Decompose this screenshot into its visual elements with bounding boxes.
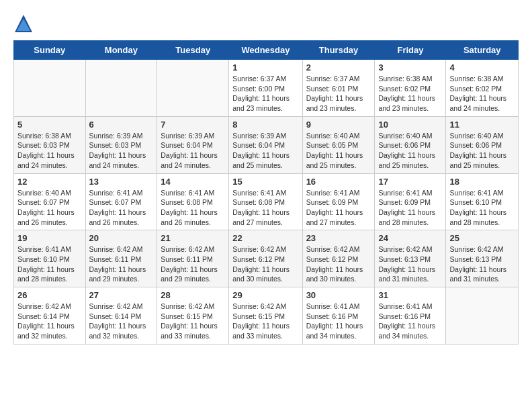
day-cell [14,60,86,117]
day-number: 27 [89,290,154,300]
day-number: 7 [161,120,225,130]
week-row-5: 26Sunrise: 6:42 AM Sunset: 6:14 PM Dayli… [14,287,519,345]
day-cell: 9Sunrise: 6:40 AM Sunset: 6:05 PM Daylig… [302,116,375,173]
day-number: 15 [232,177,298,187]
day-number: 28 [161,290,225,300]
day-number: 1 [232,62,298,73]
day-info: Sunrise: 6:38 AM Sunset: 6:02 PM Dayligh… [378,74,442,113]
day-cell: 1Sunrise: 6:37 AM Sunset: 6:00 PM Daylig… [229,60,302,117]
day-number: 16 [306,177,371,187]
weekday-tuesday: Tuesday [157,41,229,60]
day-cell: 20Sunrise: 6:42 AM Sunset: 6:11 PM Dayli… [85,230,157,287]
day-cell: 31Sunrise: 6:41 AM Sunset: 6:16 PM Dayli… [375,287,446,345]
page-header [13,13,519,34]
week-row-3: 12Sunrise: 6:40 AM Sunset: 6:07 PM Dayli… [14,173,519,230]
weekday-saturday: Saturday [446,41,519,60]
day-number: 30 [306,290,371,300]
weekday-wednesday: Wednesday [229,41,302,60]
day-number: 2 [306,62,371,73]
day-number: 5 [17,120,82,130]
day-info: Sunrise: 6:37 AM Sunset: 6:00 PM Dayligh… [232,74,298,113]
day-info: Sunrise: 6:41 AM Sunset: 6:07 PM Dayligh… [89,188,154,228]
day-info: Sunrise: 6:39 AM Sunset: 6:04 PM Dayligh… [161,131,225,171]
day-cell: 3Sunrise: 6:38 AM Sunset: 6:02 PM Daylig… [375,60,446,117]
day-cell: 10Sunrise: 6:40 AM Sunset: 6:06 PM Dayli… [375,116,446,173]
day-number: 21 [161,233,225,243]
day-info: Sunrise: 6:40 AM Sunset: 6:07 PM Dayligh… [17,188,82,228]
logo-icon [13,13,34,34]
day-cell: 19Sunrise: 6:41 AM Sunset: 6:10 PM Dayli… [14,230,86,287]
day-number: 9 [306,120,371,130]
day-cell: 27Sunrise: 6:42 AM Sunset: 6:14 PM Dayli… [85,287,157,345]
day-cell: 15Sunrise: 6:41 AM Sunset: 6:08 PM Dayli… [229,173,302,230]
day-number: 8 [232,120,298,130]
day-number: 25 [449,233,515,243]
day-info: Sunrise: 6:42 AM Sunset: 6:14 PM Dayligh… [89,302,154,341]
day-info: Sunrise: 6:41 AM Sunset: 6:08 PM Dayligh… [161,188,225,228]
day-cell: 25Sunrise: 6:42 AM Sunset: 6:13 PM Dayli… [446,230,519,287]
day-cell: 30Sunrise: 6:41 AM Sunset: 6:16 PM Dayli… [302,287,375,345]
day-cell: 16Sunrise: 6:41 AM Sunset: 6:09 PM Dayli… [302,173,375,230]
day-number: 6 [89,120,154,130]
day-cell: 13Sunrise: 6:41 AM Sunset: 6:07 PM Dayli… [85,173,157,230]
day-info: Sunrise: 6:42 AM Sunset: 6:13 PM Dayligh… [378,244,442,284]
day-cell [157,60,229,117]
day-cell: 11Sunrise: 6:40 AM Sunset: 6:06 PM Dayli… [446,116,519,173]
day-number: 18 [449,177,515,187]
weekday-thursday: Thursday [302,41,375,60]
day-cell: 22Sunrise: 6:42 AM Sunset: 6:12 PM Dayli… [229,230,302,287]
day-number: 24 [378,233,442,243]
day-info: Sunrise: 6:37 AM Sunset: 6:01 PM Dayligh… [306,74,371,113]
weekday-friday: Friday [375,41,446,60]
day-info: Sunrise: 6:38 AM Sunset: 6:02 PM Dayligh… [449,74,515,113]
day-info: Sunrise: 6:40 AM Sunset: 6:05 PM Dayligh… [306,131,371,171]
day-cell: 12Sunrise: 6:40 AM Sunset: 6:07 PM Dayli… [14,173,86,230]
day-info: Sunrise: 6:38 AM Sunset: 6:03 PM Dayligh… [17,131,82,171]
calendar-header: SundayMondayTuesdayWednesdayThursdayFrid… [14,41,519,60]
day-info: Sunrise: 6:42 AM Sunset: 6:15 PM Dayligh… [232,302,298,341]
day-info: Sunrise: 6:41 AM Sunset: 6:16 PM Dayligh… [378,302,442,341]
day-number: 4 [449,62,515,73]
weekday-monday: Monday [85,41,157,60]
day-info: Sunrise: 6:41 AM Sunset: 6:16 PM Dayligh… [306,302,371,341]
day-info: Sunrise: 6:42 AM Sunset: 6:13 PM Dayligh… [449,244,515,284]
day-cell: 29Sunrise: 6:42 AM Sunset: 6:15 PM Dayli… [229,287,302,345]
day-cell: 2Sunrise: 6:37 AM Sunset: 6:01 PM Daylig… [302,60,375,117]
day-info: Sunrise: 6:41 AM Sunset: 6:09 PM Dayligh… [306,188,371,228]
day-cell: 23Sunrise: 6:42 AM Sunset: 6:12 PM Dayli… [302,230,375,287]
day-number: 3 [378,62,442,73]
day-info: Sunrise: 6:39 AM Sunset: 6:03 PM Dayligh… [89,131,154,171]
day-info: Sunrise: 6:42 AM Sunset: 6:11 PM Dayligh… [161,244,225,284]
day-number: 11 [449,120,515,130]
day-info: Sunrise: 6:40 AM Sunset: 6:06 PM Dayligh… [449,131,515,171]
day-number: 22 [232,233,298,243]
day-number: 13 [89,177,154,187]
calendar-body: 1Sunrise: 6:37 AM Sunset: 6:00 PM Daylig… [14,60,519,345]
week-row-4: 19Sunrise: 6:41 AM Sunset: 6:10 PM Dayli… [14,230,519,287]
day-info: Sunrise: 6:41 AM Sunset: 6:08 PM Dayligh… [232,188,298,228]
day-cell: 18Sunrise: 6:41 AM Sunset: 6:10 PM Dayli… [446,173,519,230]
day-info: Sunrise: 6:41 AM Sunset: 6:09 PM Dayligh… [378,188,442,228]
week-row-1: 1Sunrise: 6:37 AM Sunset: 6:00 PM Daylig… [14,60,519,117]
day-number: 26 [17,290,82,300]
day-cell: 14Sunrise: 6:41 AM Sunset: 6:08 PM Dayli… [157,173,229,230]
day-cell: 8Sunrise: 6:39 AM Sunset: 6:04 PM Daylig… [229,116,302,173]
day-info: Sunrise: 6:42 AM Sunset: 6:14 PM Dayligh… [17,302,82,341]
day-cell: 4Sunrise: 6:38 AM Sunset: 6:02 PM Daylig… [446,60,519,117]
day-cell: 5Sunrise: 6:38 AM Sunset: 6:03 PM Daylig… [14,116,86,173]
day-cell: 17Sunrise: 6:41 AM Sunset: 6:09 PM Dayli… [375,173,446,230]
week-row-2: 5Sunrise: 6:38 AM Sunset: 6:03 PM Daylig… [14,116,519,173]
day-info: Sunrise: 6:42 AM Sunset: 6:12 PM Dayligh… [232,244,298,284]
day-info: Sunrise: 6:39 AM Sunset: 6:04 PM Dayligh… [232,131,298,171]
day-cell: 26Sunrise: 6:42 AM Sunset: 6:14 PM Dayli… [14,287,86,345]
day-cell: 6Sunrise: 6:39 AM Sunset: 6:03 PM Daylig… [85,116,157,173]
day-number: 17 [378,177,442,187]
day-number: 12 [17,177,82,187]
weekday-header-row: SundayMondayTuesdayWednesdayThursdayFrid… [14,41,519,60]
day-number: 14 [161,177,225,187]
day-info: Sunrise: 6:42 AM Sunset: 6:12 PM Dayligh… [306,244,371,284]
day-number: 20 [89,233,154,243]
day-cell [85,60,157,117]
day-number: 31 [378,290,442,300]
day-number: 10 [378,120,442,130]
